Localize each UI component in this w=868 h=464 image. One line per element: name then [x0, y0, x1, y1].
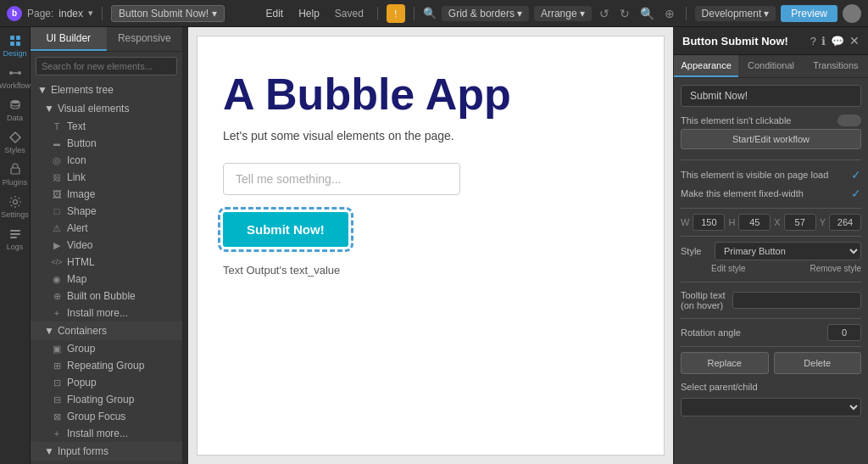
side-icons: Design Workflow Data Styles Plugins Sett…: [0, 27, 31, 464]
remove-style-link[interactable]: Remove style: [810, 264, 861, 273]
svg-rect-2: [10, 42, 14, 46]
sidebar-item-workflow[interactable]: Workflow: [1, 63, 30, 93]
tree-item-map[interactable]: ◉ Map: [31, 271, 182, 288]
avatar: [843, 4, 861, 23]
rotation-row: Rotation angle: [681, 324, 861, 341]
tab-ui-builder[interactable]: UI Builder: [31, 27, 107, 51]
help-menu[interactable]: Help: [293, 8, 325, 20]
zoom-in-btn[interactable]: ⊕: [662, 7, 677, 20]
tree-item-built-on-bubble[interactable]: ⊕ Built on Bubble: [31, 288, 182, 305]
y-input[interactable]: [829, 214, 861, 231]
tree-item-image[interactable]: 🖼 Image: [31, 186, 182, 203]
prop-tab-conditional[interactable]: Conditional: [738, 55, 803, 77]
visible-on-load-check[interactable]: ✓: [851, 168, 861, 182]
edit-menu[interactable]: Edit: [260, 8, 288, 20]
sidebar-item-logs[interactable]: Logs: [1, 224, 30, 254]
search-icon[interactable]: 🔍: [423, 7, 437, 20]
plugins-label: Plugins: [3, 178, 28, 187]
tree-item-install-more-visual[interactable]: + Install more...: [31, 305, 182, 321]
dimensions-row: W H X Y: [681, 214, 861, 231]
svg-point-9: [13, 200, 17, 204]
tree-item-floating-group[interactable]: ⊟ Floating Group: [31, 391, 182, 408]
tree-item-popup[interactable]: ⊡ Popup: [31, 374, 182, 391]
logo[interactable]: b: [7, 6, 22, 21]
rotation-label: Rotation angle: [681, 327, 741, 338]
not-clickable-toggle[interactable]: [837, 115, 861, 126]
app-title: A Bubble App: [223, 70, 638, 119]
elements-tree: ▼ Elements tree ▼ Visual elements T Text…: [31, 81, 182, 464]
height-input[interactable]: [738, 214, 771, 231]
sidebar-item-settings[interactable]: Settings: [1, 192, 30, 222]
submit-button[interactable]: Submit Now!: [223, 212, 348, 247]
undo-btn[interactable]: ↺: [597, 7, 612, 20]
x-input[interactable]: [784, 214, 816, 231]
element-search-input[interactable]: [36, 57, 177, 75]
settings-label: Settings: [1, 210, 29, 219]
grid-borders-btn[interactable]: Grid & borders▾: [442, 6, 529, 21]
page-name: index: [58, 8, 83, 20]
fixed-width-check[interactable]: ✓: [851, 187, 861, 200]
fixed-width-label: Make this element fixed-width: [681, 188, 804, 198]
sidebar-item-styles[interactable]: Styles: [1, 127, 30, 158]
prop-content: Submit Now! This element isn't clickable…: [674, 78, 868, 464]
info-icon[interactable]: ℹ: [821, 35, 826, 48]
tree-item-group-focus[interactable]: ⊠ Group Focus: [31, 408, 182, 425]
w-label: W: [681, 217, 689, 227]
dev-mode-btn[interactable]: Development▾: [695, 6, 776, 21]
delete-btn[interactable]: Delete: [774, 352, 862, 374]
style-row: Style Primary Button: [681, 242, 861, 260]
svg-rect-1: [16, 36, 20, 40]
edit-style-link[interactable]: Edit style: [711, 264, 746, 273]
tree-item-link[interactable]: ⛓ Link: [31, 169, 182, 186]
tree-item-group[interactable]: ▣ Group: [31, 340, 182, 357]
active-element-dropdown[interactable]: Button Submit Now! ▾: [111, 5, 225, 22]
tree-item-alert[interactable]: ⚠ Alert: [31, 220, 182, 237]
tree-item-icon[interactable]: ◎ Icon: [31, 152, 182, 169]
preview-btn[interactable]: Preview: [781, 5, 837, 22]
tab-responsive[interactable]: Responsive: [107, 27, 183, 51]
select-parent-row: Select parent/child: [681, 379, 861, 394]
sidebar-item-design[interactable]: Design: [1, 31, 30, 61]
chat-icon[interactable]: 💬: [831, 35, 844, 48]
parent-child-select[interactable]: [681, 398, 861, 416]
properties-header: Button Submit Now! ? ℹ 💬 ✕: [674, 27, 868, 55]
elements-tree-header[interactable]: ▼ Elements tree: [31, 81, 182, 99]
visual-elements-section[interactable]: ▼ Visual elements: [31, 99, 182, 118]
tree-item-button[interactable]: ▬ Button: [31, 135, 182, 152]
prop-tab-transitions[interactable]: Transitions: [804, 55, 868, 77]
help-icon[interactable]: ?: [810, 35, 816, 48]
properties-panel: Button Submit Now! ? ℹ 💬 ✕ Appearance Co…: [673, 27, 868, 464]
width-input[interactable]: [693, 214, 725, 231]
tree-item-input[interactable]: □ Input: [31, 461, 182, 464]
rotation-input[interactable]: [827, 324, 861, 341]
replace-btn[interactable]: Replace: [681, 352, 769, 374]
containers-section[interactable]: ▼ Containers: [31, 321, 182, 340]
canvas: A Bubble App Let's put some visual eleme…: [188, 27, 673, 464]
tree-item-text[interactable]: T Text: [31, 118, 182, 135]
sidebar-item-data[interactable]: Data: [1, 95, 30, 126]
tree-item-shape[interactable]: □ Shape: [31, 203, 182, 220]
tree-item-install-more-containers[interactable]: + Install more...: [31, 425, 182, 442]
design-label: Design: [3, 49, 26, 58]
input-forms-section[interactable]: ▼ Input forms: [31, 442, 182, 461]
submit-text-btn[interactable]: Submit Now!: [681, 85, 861, 107]
prop-tab-appearance[interactable]: Appearance: [674, 55, 738, 77]
svg-rect-0: [10, 36, 14, 40]
page-dropdown[interactable]: ▾: [88, 8, 93, 19]
canvas-input-placeholder[interactable]: Tell me something...: [223, 163, 460, 195]
canvas-inner: A Bubble App Let's put some visual eleme…: [197, 36, 665, 456]
tooltip-label: Tooltip text (on hover): [681, 290, 727, 310]
zoom-out-btn[interactable]: 🔍: [637, 7, 657, 20]
close-icon[interactable]: ✕: [849, 34, 860, 48]
tree-item-html[interactable]: </> HTML: [31, 254, 182, 271]
tree-item-video[interactable]: ▶ Video: [31, 237, 182, 254]
arrange-btn[interactable]: Arrange▾: [534, 6, 592, 21]
tree-item-repeating-group[interactable]: ⊞ Repeating Group: [31, 357, 182, 374]
sidebar-item-plugins[interactable]: Plugins: [1, 159, 30, 190]
notification-icon[interactable]: !: [387, 4, 405, 23]
tooltip-input[interactable]: [732, 292, 861, 309]
redo-btn[interactable]: ↻: [617, 7, 632, 20]
action-buttons: Replace Delete: [681, 352, 861, 374]
workflow-btn[interactable]: Start/Edit workflow: [681, 129, 861, 149]
style-select[interactable]: Primary Button: [715, 242, 861, 260]
